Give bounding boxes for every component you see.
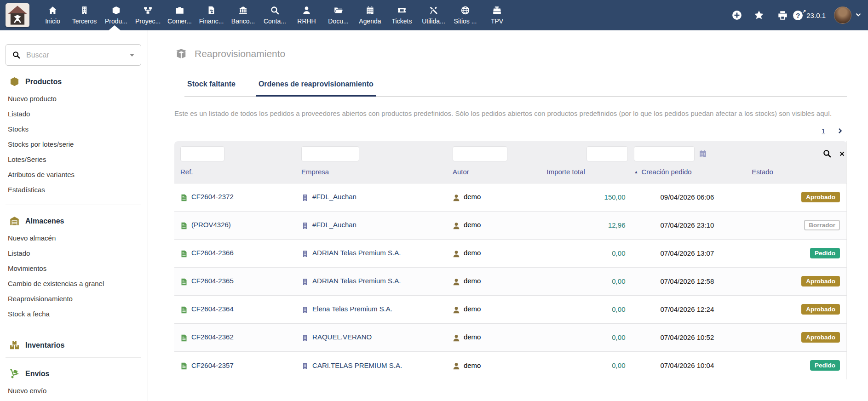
order-ref-link[interactable]: CF2604-2366 xyxy=(191,249,234,257)
order-doc-icon xyxy=(180,306,188,314)
menu-contabilidad[interactable]: Conta... xyxy=(259,0,291,30)
quick-add-icon[interactable] xyxy=(732,10,742,20)
company-link[interactable]: RAQUEL.VERANO xyxy=(312,333,372,341)
menu-agenda[interactable]: Agenda xyxy=(354,0,386,30)
table-header-row: Ref. Empresa Autor Importe total ▲Creaci… xyxy=(174,161,847,183)
sidebar-item-estadisticas[interactable]: Estadísticas xyxy=(6,182,141,197)
filter-company-input[interactable] xyxy=(301,146,359,161)
order-ref-link[interactable]: CF2604-2364 xyxy=(191,305,234,313)
chevron-down-icon[interactable] xyxy=(855,12,862,18)
company-icon xyxy=(301,334,309,342)
sidebar-item-listado-productos[interactable]: Listado xyxy=(6,106,141,121)
cube-icon xyxy=(112,6,121,15)
menu-tickets[interactable]: Tickets xyxy=(386,0,418,30)
print-icon[interactable] xyxy=(778,11,788,20)
sidebar-item-listado-almacenes[interactable]: Listado xyxy=(6,246,141,261)
company-link[interactable]: #FDL_Auchan xyxy=(312,193,356,200)
order-ref-link[interactable]: CF2604-2362 xyxy=(191,333,234,341)
sidebar-item-stocks[interactable]: Stocks xyxy=(6,121,141,137)
author-name: demo xyxy=(464,193,481,200)
filter-amount-input[interactable] xyxy=(586,146,628,161)
page-number-current[interactable]: 1 xyxy=(822,127,825,135)
menu-label: Docu... xyxy=(328,17,348,25)
left-sidebar: Productos Nuevo producto Listado Stocks … xyxy=(0,30,148,401)
company-logo-icon xyxy=(6,3,29,27)
menu-terceros[interactable]: Terceros xyxy=(69,0,100,30)
tab-stock-faltante[interactable]: Stock faltante xyxy=(184,80,238,97)
filter-ref-input[interactable] xyxy=(180,146,224,161)
order-ref-link[interactable]: CF2604-2357 xyxy=(191,361,234,369)
sidebar-item-cambio-existencias[interactable]: Cambio de existencias a granel xyxy=(6,276,141,291)
sidebar-item-stocks-lotes[interactable]: Stocks por lotes/serie xyxy=(6,137,141,152)
sidebar-item-listado-envios[interactable]: Listado xyxy=(6,398,141,401)
filter-date-input[interactable] xyxy=(634,146,695,161)
sidebar-item-nuevo-almacen[interactable]: Nuevo almacén xyxy=(6,230,141,246)
bookmark-star-icon[interactable] xyxy=(754,10,764,20)
external-arrow-icon: ↗ xyxy=(802,9,806,14)
sidebar-search[interactable] xyxy=(6,44,141,66)
menu-bancos[interactable]: Banco... xyxy=(227,0,259,30)
menu-label: RRHH xyxy=(297,17,316,25)
company-link[interactable]: #FDL_Auchan xyxy=(312,221,356,229)
user-avatar[interactable] xyxy=(834,6,851,24)
menu-label: Sitios ... xyxy=(454,17,477,25)
help-icon[interactable]: ?↗ xyxy=(793,11,803,20)
sidebar-item-atributos[interactable]: Atributos de variantes xyxy=(6,167,141,182)
sidebar-section-productos[interactable]: Productos xyxy=(6,77,141,86)
company-link[interactable]: CARI.TELAS PREMIUM S.A. xyxy=(312,361,402,369)
menu-comercial[interactable]: Comer... xyxy=(164,0,195,30)
next-page-icon[interactable] xyxy=(837,127,844,134)
order-ref-link[interactable]: CF2604-2365 xyxy=(191,277,234,285)
section-title: Envíos xyxy=(25,370,49,378)
search-input[interactable] xyxy=(25,51,125,60)
date-cell: 07/04/2026 10:52 xyxy=(628,323,746,351)
clear-filter-icon[interactable] xyxy=(839,150,845,157)
company-link[interactable]: ADRIAN Telas Premium S.A. xyxy=(312,277,401,285)
tab-ordenes-reaprovisionamiento[interactable]: Ordenes de reaprovisionamiento xyxy=(256,80,376,97)
menu-label: Financ... xyxy=(199,17,224,25)
column-autor[interactable]: Autor xyxy=(447,161,541,183)
apply-filter-search-icon[interactable] xyxy=(823,149,831,158)
amount-cell: 0,00 xyxy=(541,267,628,295)
calendar-picker-icon[interactable] xyxy=(699,149,707,158)
filter-author-input[interactable] xyxy=(453,146,507,161)
amount-cell: 0,00 xyxy=(541,295,628,323)
menu-tpv[interactable]: TPV xyxy=(481,0,513,30)
menu-documentos[interactable]: Docu... xyxy=(322,0,354,30)
menu-sitios[interactable]: Sitios ... xyxy=(449,0,481,30)
sidebar-item-nuevo-producto[interactable]: Nuevo producto xyxy=(6,91,141,106)
status-badge: Aprobado xyxy=(801,276,840,286)
menu-financiera[interactable]: Financ... xyxy=(195,0,227,30)
column-creacion-pedido[interactable]: ▲Creación pedido xyxy=(628,161,746,183)
sidebar-item-stock-a-fecha[interactable]: Stock a fecha xyxy=(6,306,141,321)
menu-proyectos[interactable]: Proyec... xyxy=(132,0,164,30)
sidebar-item-nuevo-envio[interactable]: Nuevo envío xyxy=(6,383,141,398)
sidebar-section-almacenes[interactable]: Almacenes xyxy=(6,216,141,226)
author-name: demo xyxy=(464,333,481,341)
company-link[interactable]: Elena Telas Premium S.A. xyxy=(312,305,392,313)
status-badge: Aprobado xyxy=(801,192,840,202)
sidebar-section-inventarios[interactable]: Inventarios xyxy=(6,340,141,350)
company-link[interactable]: ADRIAN Telas Premium S.A. xyxy=(312,249,401,257)
column-estado[interactable]: Estado xyxy=(746,161,846,183)
company-icon xyxy=(301,362,309,370)
menu-inicio[interactable]: Inicio xyxy=(37,0,69,30)
sidebar-item-movimientos[interactable]: Movimientos xyxy=(6,261,141,276)
status-badge: Aprobado xyxy=(801,304,840,315)
app-logo[interactable] xyxy=(0,3,37,27)
sidebar-section-envios[interactable]: Envíos xyxy=(6,369,141,378)
menu-utilidades[interactable]: Utilida... xyxy=(418,0,449,30)
order-ref-link[interactable]: (PROV4326) xyxy=(191,221,231,229)
home-icon xyxy=(48,6,57,15)
column-importe-total[interactable]: Importe total xyxy=(541,161,628,183)
company-icon xyxy=(301,278,309,286)
sidebar-item-lotes-series[interactable]: Lotes/Series xyxy=(6,152,141,167)
menu-rrhh[interactable]: RRHH xyxy=(291,0,322,30)
column-ref[interactable]: Ref. xyxy=(174,161,295,183)
order-ref-link[interactable]: CF2604-2372 xyxy=(191,193,234,200)
search-scope-caret-icon[interactable] xyxy=(130,54,134,57)
user-icon xyxy=(453,250,460,258)
column-empresa[interactable]: Empresa xyxy=(295,161,447,183)
invoice-icon xyxy=(207,6,216,15)
sidebar-item-reaprovisionamiento[interactable]: Reaprovisionamiento xyxy=(6,291,141,306)
